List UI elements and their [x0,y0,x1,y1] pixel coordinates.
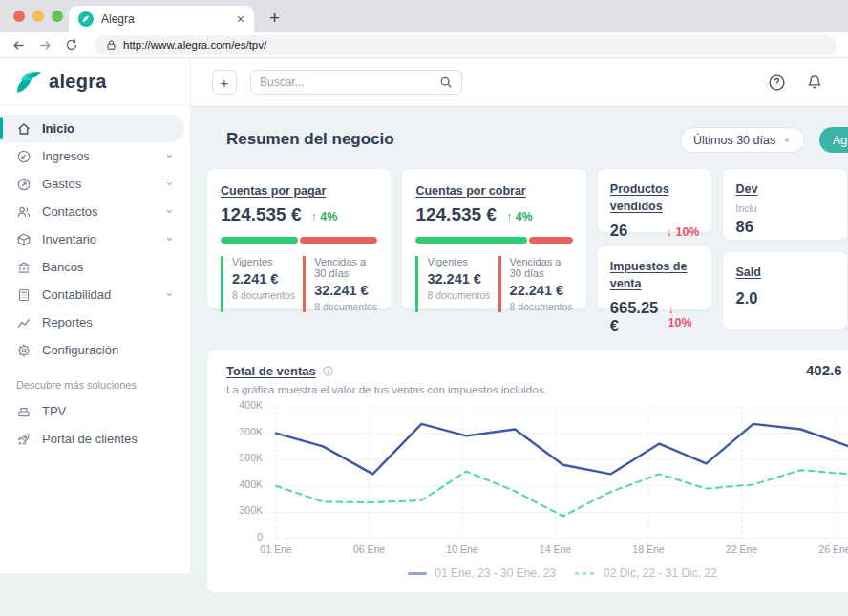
sidebar-item-label: Inventario [42,232,96,246]
calculator-icon [16,287,32,303]
chart-legend: 01 Ene, 23 - 30 Ene, 2302 Dic, 22 - 31 D… [270,566,848,580]
legend-item: 01 Ene, 23 - 30 Ene, 23 [408,566,556,580]
card-title-link[interactable]: Productos vendidos [610,182,669,213]
sidebar-item-contactos[interactable]: Contactos [0,198,184,225]
trend-chart-icon [16,315,32,330]
sidebar-item-inicio[interactable]: Inicio [0,115,184,142]
brand-name: alegra [49,71,107,93]
card-cuentas-por-cobrar: Cuentas por cobrar 124.535 € ↑ 4% Vigent… [401,168,586,309]
card-title-link[interactable]: Cuentas por cobrar [415,184,525,198]
sidebar-nav: Inicio Ingresos Gastos Contactos Inventa… [0,106,190,453]
sales-chart-svg [270,407,848,539]
x-axis-labels: 01 Ene06 Ene10 Ene14 Ene18 Ene22 Ene26 E… [270,543,848,557]
search-icon [439,75,453,89]
maximize-window-button[interactable] [52,11,63,22]
lock-icon [106,39,117,51]
card-title-link[interactable]: Dev [735,182,757,196]
y-tick-label: 400K [217,478,263,490]
legend-item: 02 Dic, 22 - 31 Dic, 22 [575,566,717,580]
aging-bar-current [415,237,527,244]
date-range-label: Últimos 30 días [693,134,775,147]
help-icon[interactable] [768,74,786,92]
card-title-link[interactable]: Cuentas por pagar [221,184,326,198]
sidebar-item-ingresos[interactable]: Ingresos [0,142,184,170]
chevron-down-icon[interactable] [164,151,175,161]
date-range-dropdown[interactable]: Últimos 30 días [680,127,805,153]
sidebar-item-label: Gastos [42,177,81,191]
sidebar-item-contabilidad[interactable]: Contabilidad [0,281,184,308]
chevron-down-icon [782,136,792,145]
card-title-link[interactable]: Sald [735,266,760,279]
chevron-down-icon[interactable] [164,234,175,244]
bell-icon[interactable] [806,74,823,91]
delta-down: ↓ 10% [668,303,700,329]
legend-label: 02 Dic, 22 - 31 Dic, 22 [604,566,717,580]
total-sales-card: Total de ventas La gráfica muestra el va… [206,350,848,593]
legend-dashed-line-icon [575,572,596,575]
sidebar-item-inventario[interactable]: Inventario [0,225,184,253]
search-bar [250,70,462,95]
card-cuentas-por-pagar: Cuentas por pagar 124.535 € ↑ 4% Vigente… [206,168,392,309]
delta-down: ↓ 10% [667,225,700,239]
add-button[interactable]: Agr [819,127,848,153]
y-tick-label: 0 [217,531,263,542]
chart-subtitle: La gráfica muestra el valor de tus venta… [226,384,547,395]
card-cutoff-bottom: Sald 2.0 [722,251,848,329]
forward-icon[interactable] [38,38,53,53]
sidebar-item-portal-de-clientes[interactable]: Portal de clientes [0,425,184,453]
info-icon[interactable] [322,365,334,377]
sidebar-item-label: Contactos [42,204,98,219]
browser-tab[interactable]: Alegra × [69,6,254,32]
alegra-favicon [78,11,94,27]
x-tick-label: 01 Ene [247,543,305,555]
chevron-down-icon[interactable] [164,289,175,300]
gear-icon [16,343,32,358]
address-bar[interactable]: http://www.alegra.com/es/tpv/ [95,35,837,55]
tab-close-icon[interactable]: × [237,12,244,26]
minimize-window-button[interactable] [32,11,44,22]
x-tick-label: 10 Ene [434,543,491,555]
sidebar-item-label: Bancos [42,260,83,274]
sidebar-item-gastos[interactable]: Gastos [0,170,184,198]
sidebar-item-configuracion[interactable]: Configuración [0,336,184,364]
new-tab-button[interactable]: + [269,8,280,29]
chevron-down-icon[interactable] [164,206,175,217]
substat-vencidas: Vencidas a 30 días 32.241 € 8 documentos [303,256,377,312]
sidebar-item-label: Configuración [42,343,118,357]
quick-add-button[interactable]: + [212,70,237,95]
chevron-down-icon[interactable] [164,179,175,189]
sidebar-item-tpv[interactable]: TPV [0,397,184,425]
arrow-up-icon: ↑ [506,210,512,223]
close-window-button[interactable] [13,11,25,22]
rocket-icon [16,432,32,447]
arrow-up-icon: ↑ [311,210,317,223]
search-input[interactable] [260,75,434,89]
sidebar-item-label: TPV [42,404,66,418]
arrow-up-circle-icon [16,177,32,192]
sidebar-item-bancos[interactable]: Bancos [0,253,184,281]
y-tick-label: 300K [217,426,263,437]
topbar-right [768,74,827,92]
card-amount: 124.535 € [221,204,302,225]
dashboard-content: Resumen del negocio Últimos 30 días Agr … [191,107,848,593]
card-title-link[interactable]: Impuestos de venta [610,260,688,290]
chart-title-link[interactable]: Total de ventas [226,364,316,378]
y-tick-label: 300K [217,504,263,516]
main-topbar: + [191,58,848,107]
aging-bar-overdue [529,237,572,244]
home-icon [16,121,32,137]
url-text: http://www.alegra.com/es/tpv/ [123,39,266,51]
small-cards-column: Productos vendidos 26 ↓ 10% Impuestos de… [597,168,713,310]
card-amount: 124.535 € [415,204,497,225]
window-controls [13,11,63,22]
substat-vigentes: Vigentes 2.241 € 8 documentos [221,256,295,312]
card-cutoff-top: Dev Inclu 86 [722,168,848,241]
y-tick-label: 500K [217,452,263,463]
reload-icon[interactable] [65,38,78,52]
main-area: + Resumen del negocio Últimos 30 días Ag… [191,58,848,573]
sidebar-item-reportes[interactable]: Reportes [0,308,184,336]
alegra-logo[interactable]: alegra [0,58,190,106]
back-icon[interactable] [11,38,26,53]
x-tick-label: 14 Ene [527,543,584,555]
aging-bar [221,237,377,244]
